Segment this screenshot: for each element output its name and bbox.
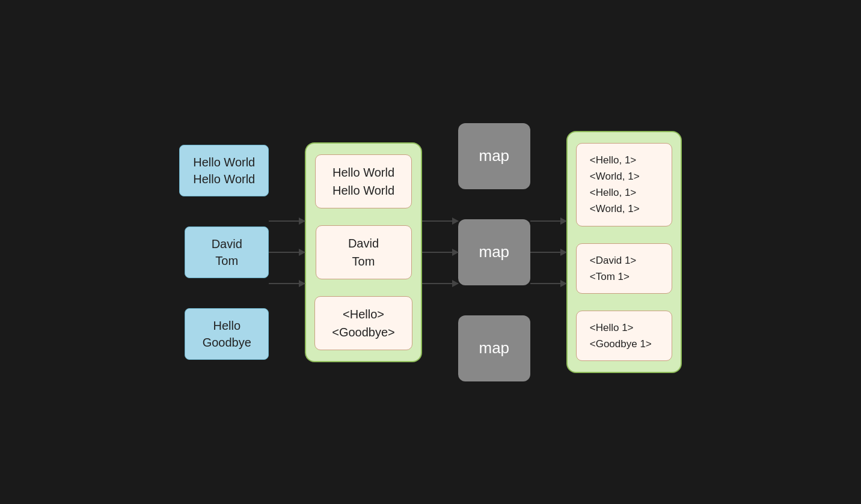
input-1-line2: Hello World (193, 172, 255, 186)
map-label-1: map (479, 147, 509, 165)
input-2-line2: Tom (215, 254, 238, 267)
map-label-2: map (479, 243, 509, 261)
green-box-1: Hello World Hello World (315, 154, 412, 208)
arrow-2 (269, 252, 305, 253)
arrows-map-to-output (530, 220, 566, 284)
output-box-2: <David 1> <Tom 1> (576, 243, 672, 294)
output-panel: <Hello, 1> <World, 1> <Hello, 1> <World,… (566, 131, 682, 374)
map-box-1: map (458, 123, 530, 189)
output-1-line1: <Hello, 1> (590, 152, 658, 168)
green-2-line2: Tom (352, 255, 375, 268)
output-box-1: <Hello, 1> <World, 1> <Hello, 1> <World,… (576, 143, 672, 226)
green-box-3: <Hello> <Goodbye> (314, 296, 412, 350)
map-box-2: map (458, 219, 530, 285)
input-3-line2: Goodbye (203, 336, 251, 349)
output-1-line4: <World, 1> (590, 201, 658, 217)
green-2-line1: David (348, 237, 379, 250)
green-input-panel: Hello World Hello World David Tom <Hello… (305, 142, 422, 362)
arrows-inputs-to-green (269, 220, 305, 284)
green-1-line1: Hello World (332, 166, 394, 179)
arrow-3 (269, 283, 305, 284)
input-2-line1: David (212, 237, 242, 250)
input-3-line1: Hello (213, 319, 241, 332)
input-box-2: David Tom (185, 226, 269, 278)
output-3-line1: <Hello 1> (590, 320, 658, 336)
arrow-6 (422, 283, 458, 284)
output-3-line2: <Goodbye 1> (590, 336, 658, 352)
output-box-3: <Hello 1> <Goodbye 1> (576, 311, 672, 361)
green-3-line1: <Hello> (343, 308, 384, 321)
arrows-green-to-map (422, 220, 458, 284)
green-1-line2: Hello World (332, 184, 394, 197)
output-2-line2: <Tom 1> (590, 269, 658, 285)
input-box-1: Hello World Hello World (179, 145, 269, 196)
arrow-5 (422, 252, 458, 253)
green-3-line2: <Goodbye> (332, 326, 395, 339)
green-box-2: David Tom (316, 225, 412, 279)
arrow-1 (269, 220, 305, 222)
arrow-9 (530, 283, 566, 284)
arrow-8 (530, 252, 566, 253)
output-1-line3: <Hello, 1> (590, 184, 658, 201)
arrow-7 (530, 220, 566, 222)
inputs-column: Hello World Hello World David Tom Hello … (179, 145, 269, 360)
arrow-4 (422, 220, 458, 222)
output-1-line2: <World, 1> (590, 168, 658, 184)
output-2-line1: <David 1> (590, 252, 658, 269)
input-box-3: Hello Goodbye (185, 308, 269, 360)
diagram: Hello World Hello World David Tom Hello … (179, 123, 682, 381)
input-1-line1: Hello World (193, 156, 255, 169)
map-label-3: map (479, 339, 509, 357)
maps-column: map map map (458, 123, 530, 381)
map-box-3: map (458, 315, 530, 381)
